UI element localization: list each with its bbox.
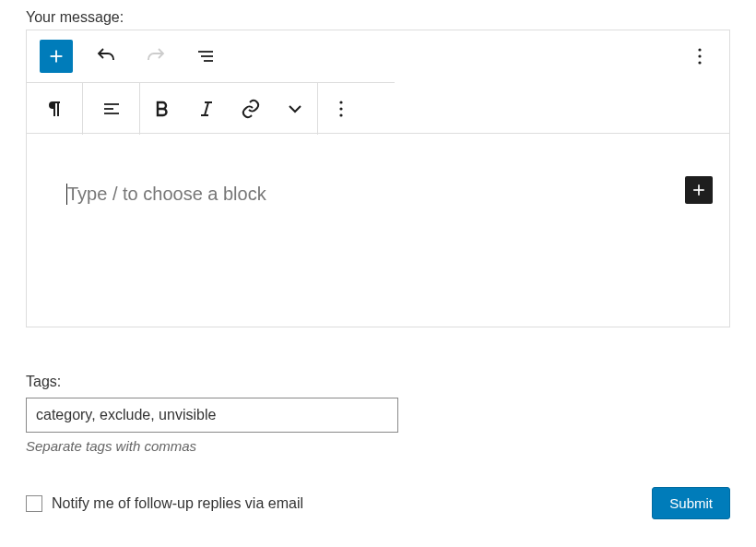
plus-icon xyxy=(46,46,66,66)
undo-button[interactable] xyxy=(89,40,123,73)
chevron-down-icon xyxy=(284,98,306,120)
link-icon xyxy=(240,98,262,120)
inline-format-group xyxy=(140,83,318,135)
inline-add-block-button[interactable] xyxy=(685,176,713,204)
svg-rect-8 xyxy=(53,101,55,116)
svg-line-14 xyxy=(205,102,208,115)
bold-icon xyxy=(151,98,173,120)
tags-input[interactable] xyxy=(26,398,398,433)
align-left-icon xyxy=(100,98,123,120)
align-button[interactable] xyxy=(83,83,140,135)
editor-content-area[interactable]: Type / to choose a block xyxy=(27,133,729,327)
svg-point-5 xyxy=(698,48,701,51)
tags-label: Tags: xyxy=(26,374,730,390)
svg-point-6 xyxy=(698,54,701,57)
italic-button[interactable] xyxy=(184,83,229,135)
svg-point-18 xyxy=(339,107,342,110)
plus-icon xyxy=(690,181,708,199)
block-format-toolbar xyxy=(26,82,395,134)
submit-button[interactable]: Submit xyxy=(652,487,730,519)
editor-options-button[interactable] xyxy=(683,40,716,73)
block-options-button[interactable] xyxy=(318,83,364,135)
more-format-button[interactable] xyxy=(273,83,317,135)
editor-top-toolbar xyxy=(27,30,729,82)
redo-icon xyxy=(145,45,167,67)
undo-icon xyxy=(95,45,117,67)
kebab-icon xyxy=(689,45,711,67)
kebab-icon xyxy=(330,98,352,120)
svg-point-19 xyxy=(339,113,342,116)
link-button[interactable] xyxy=(229,83,273,135)
editor-placeholder: Type / to choose a block xyxy=(67,184,689,205)
svg-point-7 xyxy=(698,61,701,64)
svg-point-17 xyxy=(339,101,342,103)
notify-checkbox[interactable] xyxy=(26,495,42,512)
outline-icon xyxy=(195,45,217,67)
italic-icon xyxy=(195,98,218,120)
redo-button[interactable] xyxy=(139,40,172,73)
form-footer: Notify me of follow-up replies via email… xyxy=(26,487,730,519)
editor-container: Type / to choose a block xyxy=(26,30,730,327)
message-label: Your message: xyxy=(26,9,730,26)
bold-button[interactable] xyxy=(140,83,184,135)
tags-section: Tags: Separate tags with commas xyxy=(26,374,730,454)
notify-label: Notify me of follow-up replies via email xyxy=(52,495,303,512)
svg-rect-10 xyxy=(53,101,60,103)
tags-hint: Separate tags with commas xyxy=(26,438,730,454)
add-block-button[interactable] xyxy=(40,40,73,73)
paragraph-icon xyxy=(43,98,65,120)
outline-button[interactable] xyxy=(189,40,222,73)
block-type-button[interactable] xyxy=(26,83,83,135)
svg-rect-9 xyxy=(57,101,59,116)
